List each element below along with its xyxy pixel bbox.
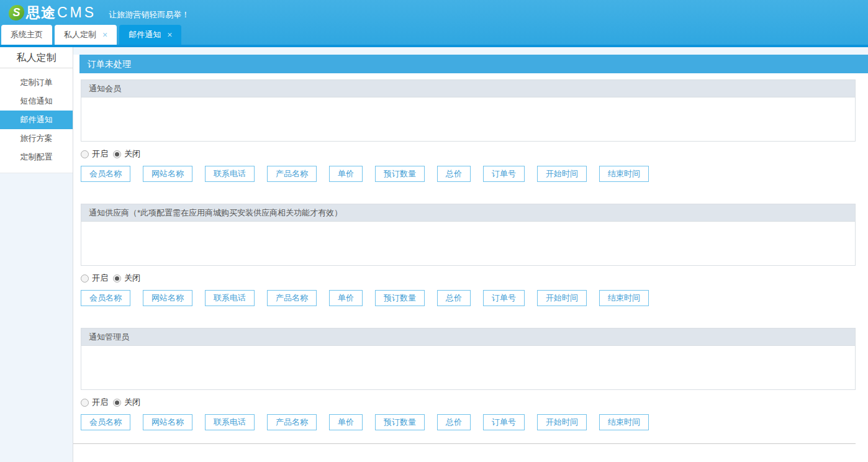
notify-admin-switch: 开启 关闭 <box>81 397 856 408</box>
field-token-button[interactable]: 联系电话 <box>205 166 255 182</box>
field-token-button[interactable]: 产品名称 <box>267 290 317 306</box>
field-token-button[interactable]: 总价 <box>437 290 471 306</box>
radio-disable[interactable]: 关闭 <box>113 148 140 160</box>
field-token-button[interactable]: 结束时间 <box>599 290 649 306</box>
sidebar: 私人定制 定制订单 短信通知 邮件通知 旅行方案 定制配置 <box>0 47 73 462</box>
brand-logo: S 思途 CMS <box>9 3 96 22</box>
brand-suffix: CMS <box>57 4 96 21</box>
radio-enable[interactable]: 开启 <box>81 273 108 284</box>
sidebar-item-travel-plan[interactable]: 旅行方案 <box>0 129 73 148</box>
main-content: 订单未处理 通知会员 开启 关闭 会员名 <box>73 47 868 462</box>
notify-admin-template-textarea[interactable] <box>81 346 855 389</box>
field-token-button[interactable]: 网站名称 <box>143 166 192 182</box>
radio-disable[interactable]: 关闭 <box>113 273 140 284</box>
field-token-button[interactable]: 开始时间 <box>537 414 587 430</box>
tab-private-customization[interactable]: 私人定制 × <box>55 25 117 45</box>
radio-dot-checked <box>113 399 121 407</box>
field-token-button[interactable]: 总价 <box>437 414 471 430</box>
radio-dot-unchecked <box>81 150 89 158</box>
tab-close-icon[interactable]: × <box>167 30 172 39</box>
notify-admin-header: 通知管理员 <box>81 328 855 346</box>
radio-enable[interactable]: 开启 <box>81 397 108 408</box>
radio-dot-checked <box>113 150 121 158</box>
field-token-button[interactable]: 网站名称 <box>143 414 192 430</box>
sidebar-menu: 定制订单 短信通知 邮件通知 旅行方案 定制配置 <box>0 68 73 173</box>
notify-members-switch: 开启 关闭 <box>81 148 856 160</box>
radio-label: 关闭 <box>124 273 140 284</box>
field-token-button[interactable]: 单价 <box>329 166 363 182</box>
notify-suppliers-header: 通知供应商（*此项配置需在应用商城购买安装供应商相关功能才有效） <box>81 204 855 222</box>
sidebar-item-custom-config[interactable]: 定制配置 <box>0 148 73 166</box>
radio-dot-checked <box>113 274 121 283</box>
field-token-button[interactable]: 预订数量 <box>375 414 425 430</box>
field-token-button[interactable]: 订单号 <box>483 414 525 430</box>
radio-label: 开启 <box>92 273 108 284</box>
situ-leaf-icon: S <box>9 5 24 20</box>
field-token-button[interactable]: 订单号 <box>483 290 525 306</box>
notify-members-block: 通知会员 开启 关闭 会员名称网站名称联系电话产品名称单价预订数量总价订单号开始… <box>81 79 856 182</box>
notify-admin-field-buttons: 会员名称网站名称联系电话产品名称单价预订数量总价订单号开始时间结束时间 <box>81 414 856 430</box>
tab-email-notification[interactable]: 邮件通知 × <box>119 25 181 45</box>
brand-tagline: 让旅游营销轻而易举！ <box>109 4 189 20</box>
radio-label: 开启 <box>92 397 108 408</box>
field-token-button[interactable]: 预订数量 <box>375 166 425 182</box>
tab-system-home[interactable]: 系统主页 <box>1 25 52 45</box>
field-token-button[interactable]: 产品名称 <box>267 414 317 430</box>
notify-admin-block: 通知管理员 开启 关闭 会员名称网站名称联系电话产品名称单价预订数量总价订单号开… <box>81 328 856 430</box>
top-blue-region: S 思途 CMS 让旅游营销轻而易举！ 系统主页 私人定制 × 邮件通知 × <box>0 0 868 47</box>
field-token-button[interactable]: 会员名称 <box>81 166 130 182</box>
field-token-button[interactable]: 联系电话 <box>205 414 255 430</box>
field-token-button[interactable]: 产品名称 <box>267 166 317 182</box>
brand-name: 思途 <box>26 3 56 22</box>
radio-dot-unchecked <box>81 399 89 407</box>
notify-suppliers-template-textarea[interactable] <box>81 222 855 265</box>
tab-label: 邮件通知 <box>129 25 161 45</box>
bottom-divider <box>73 443 856 462</box>
field-token-button[interactable]: 单价 <box>329 414 363 430</box>
radio-dot-unchecked <box>81 274 89 283</box>
notify-members-template-textarea[interactable] <box>81 97 855 141</box>
section-header-order-unprocessed: 订单未处理 <box>79 55 868 73</box>
field-token-button[interactable]: 结束时间 <box>599 414 649 430</box>
notify-suppliers-field-buttons: 会员名称网站名称联系电话产品名称单价预订数量总价订单号开始时间结束时间 <box>81 290 856 306</box>
settings-area: 通知会员 开启 关闭 会员名称网站名称联系电话产品名称单价预订数量总价订单号开始… <box>73 73 868 462</box>
field-token-button[interactable]: 会员名称 <box>81 414 130 430</box>
field-token-button[interactable]: 开始时间 <box>537 290 587 306</box>
field-token-button[interactable]: 总价 <box>437 166 471 182</box>
field-token-button[interactable]: 订单号 <box>483 166 525 182</box>
radio-label: 关闭 <box>124 148 140 160</box>
field-token-button[interactable]: 结束时间 <box>599 166 649 182</box>
field-token-button[interactable]: 联系电话 <box>205 290 255 306</box>
sidebar-item-sms-notification[interactable]: 短信通知 <box>0 92 73 111</box>
sidebar-item-email-notification[interactable]: 邮件通知 <box>0 111 73 129</box>
radio-disable[interactable]: 关闭 <box>113 397 140 408</box>
notify-suppliers-switch: 开启 关闭 <box>81 273 856 284</box>
content-top-band <box>73 47 868 55</box>
field-token-button[interactable]: 开始时间 <box>537 166 587 182</box>
notify-members-field-buttons: 会员名称网站名称联系电话产品名称单价预订数量总价订单号开始时间结束时间 <box>81 166 856 182</box>
radio-enable[interactable]: 开启 <box>81 148 108 160</box>
notify-suppliers-block: 通知供应商（*此项配置需在应用商城购买安装供应商相关功能才有效） 开启 关闭 会… <box>81 204 856 306</box>
tab-close-icon[interactable]: × <box>102 30 107 39</box>
field-token-button[interactable]: 网站名称 <box>143 290 192 306</box>
radio-label: 开启 <box>92 148 108 160</box>
notify-members-header: 通知会员 <box>81 80 855 97</box>
radio-label: 关闭 <box>124 397 140 408</box>
tab-label: 系统主页 <box>11 25 43 45</box>
tab-label: 私人定制 <box>64 25 96 45</box>
tab-bar: 系统主页 私人定制 × 邮件通知 × <box>0 25 868 45</box>
sidebar-title: 私人定制 <box>0 47 73 68</box>
sidebar-item-custom-orders[interactable]: 定制订单 <box>0 73 73 92</box>
field-token-button[interactable]: 单价 <box>329 290 363 306</box>
field-token-button[interactable]: 会员名称 <box>81 290 130 306</box>
app-header: S 思途 CMS 让旅游营销轻而易举！ <box>0 0 868 25</box>
field-token-button[interactable]: 预订数量 <box>375 290 425 306</box>
